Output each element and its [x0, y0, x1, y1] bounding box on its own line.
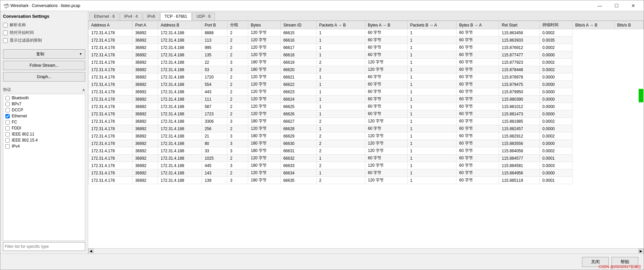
table-row[interactable]: 172.31.4.17836892172.31.4.1882562120 字节6…: [89, 125, 644, 132]
show-filter-checkbox[interactable]: [3, 38, 8, 43]
tab-tcp---67661[interactable]: TCP · 67661: [160, 12, 192, 20]
table-row[interactable]: 172.31.4.17836892172.31.4.1881132120 字节6…: [89, 37, 644, 44]
close-button[interactable]: ✕: [626, 0, 641, 11]
table-cell: 1: [316, 125, 365, 132]
scroll-left-button[interactable]: ◀: [88, 249, 94, 254]
table-cell: 66616: [280, 37, 316, 44]
table-cell: 1: [407, 88, 456, 96]
table-cell: 2: [316, 118, 365, 125]
table-cell: 172.31.4.188: [158, 37, 202, 44]
table-row[interactable]: 172.31.4.17836892172.31.4.1881432120 字节6…: [89, 169, 644, 177]
table-row[interactable]: 172.31.4.17836892172.31.4.1884432120 字节6…: [89, 88, 644, 96]
table-cell: 180 字节: [248, 118, 280, 125]
table-row[interactable]: 172.31.4.17836892172.31.4.188213180 字节66…: [89, 132, 644, 140]
copy-button[interactable]: 复制 ▼: [3, 49, 85, 59]
protocol-item[interactable]: Bluetooth: [3, 95, 85, 101]
col-header[interactable]: Rel Start: [499, 21, 540, 29]
follow-stream-button[interactable]: Follow Stream...: [3, 61, 85, 70]
col-header[interactable]: Packets B → A: [407, 21, 456, 29]
minimize-button[interactable]: —: [592, 0, 607, 11]
table-row[interactable]: 172.31.4.17836892172.31.4.188223180 字节66…: [89, 59, 644, 66]
col-header[interactable]: Stream ID: [280, 21, 316, 29]
table-cell: 36892: [132, 66, 158, 73]
table-header: Address APort AAddress BPort B分组BytesStr…: [89, 21, 644, 29]
col-header[interactable]: Bytes: [248, 21, 280, 29]
table-cell: 172.31.4.178: [89, 177, 132, 184]
tab-ethernet---6[interactable]: Ethernet · 6: [90, 12, 119, 20]
table-cell: 3: [227, 118, 248, 125]
graph-button[interactable]: Graph...: [3, 72, 85, 82]
help-button[interactable]: 帮助: [611, 257, 638, 267]
table-cell: 66635: [280, 177, 316, 184]
table-row[interactable]: 172.31.4.17836892172.31.4.1881393180 字节6…: [89, 177, 644, 184]
table-cell: 115.879475: [499, 81, 540, 88]
scroll-right-button[interactable]: ▶: [638, 249, 644, 254]
table-row[interactable]: 172.31.4.17836892172.31.4.18888882120 字节…: [89, 29, 644, 37]
table-row[interactable]: 172.31.4.17836892172.31.4.18810252120 字节…: [89, 155, 644, 162]
protocol-item[interactable]: IEEE 802.11: [3, 131, 85, 137]
scroll-track[interactable]: [94, 249, 638, 254]
abs-time-checkbox[interactable]: [3, 31, 8, 35]
table-cell: 120 字节: [365, 147, 407, 155]
table-cell: 172.31.4.188: [158, 73, 202, 81]
table-cell: 0.0000: [540, 88, 573, 96]
protocol-item[interactable]: IEEE 802.15.4: [3, 137, 85, 143]
table-row[interactable]: 172.31.4.17836892172.31.4.18817232120 字节…: [89, 110, 644, 118]
protocol-item[interactable]: Ethernet: [3, 113, 85, 119]
table-row[interactable]: 172.31.4.17836892172.31.4.1881352120 字节6…: [89, 51, 644, 59]
table-row[interactable]: 172.31.4.17836892172.31.4.1884453180 字节6…: [89, 162, 644, 169]
col-header[interactable]: Address A: [89, 21, 132, 29]
protocol-item[interactable]: BPv7: [3, 101, 85, 107]
col-header[interactable]: 分组: [227, 21, 248, 29]
protocol-item[interactable]: FC: [3, 119, 85, 125]
table-cell: 66632: [280, 155, 316, 162]
protocol-item[interactable]: DCCP: [3, 107, 85, 113]
table-cell: 60 字节: [456, 81, 499, 88]
table-row[interactable]: 172.31.4.17836892172.31.4.18817202120 字节…: [89, 73, 644, 81]
col-header[interactable]: Port A: [132, 21, 158, 29]
filter-input[interactable]: [3, 242, 85, 251]
close-button-bottom[interactable]: 关闭: [582, 257, 609, 267]
table-cell: 172.31.4.178: [89, 169, 132, 177]
tab-ipv6[interactable]: IPv6: [143, 12, 160, 20]
col-header[interactable]: Address B: [158, 21, 202, 29]
table-row[interactable]: 172.31.4.17836892172.31.4.188803180 字节66…: [89, 140, 644, 147]
table-cell: 115.883556: [499, 140, 540, 147]
table-row[interactable]: 172.31.4.17836892172.31.4.1889952120 字节6…: [89, 44, 644, 51]
collapse-icon[interactable]: ∧: [82, 88, 85, 92]
table-cell: 120 字节: [248, 51, 280, 59]
table-cell: 172.31.4.178: [89, 51, 132, 59]
maximize-button[interactable]: ☐: [609, 0, 624, 11]
table-cell: 2: [227, 37, 248, 44]
table-cell: 60 字节: [365, 103, 407, 110]
col-header[interactable]: Bits/s B: [614, 21, 644, 29]
table-row[interactable]: 172.31.4.17836892172.31.4.188333180 字节66…: [89, 147, 644, 155]
table-container[interactable]: Address APort AAddress BPort B分组BytesStr…: [88, 21, 644, 248]
table-cell: 60 字节: [456, 103, 499, 110]
tab-udp---6[interactable]: UDP · 6: [192, 12, 215, 20]
table-cell: 115.884581: [499, 162, 540, 169]
table-cell: 60 字节: [456, 147, 499, 155]
table-row[interactable]: 172.31.4.17836892172.31.4.18833063180 字节…: [89, 118, 644, 125]
resolve-names-checkbox[interactable]: [3, 23, 8, 28]
table-cell: 172.31.4.178: [89, 96, 132, 103]
table-cell: 0.0000: [540, 140, 573, 147]
col-header[interactable]: Packets A → B: [316, 21, 365, 29]
col-header[interactable]: Port B: [202, 21, 227, 29]
col-header[interactable]: Bytes A → B: [365, 21, 407, 29]
table-row[interactable]: 172.31.4.17836892172.31.4.188533180 字节66…: [89, 66, 644, 73]
col-header[interactable]: Bits/s A → B: [572, 21, 614, 29]
tab-ipv4---4[interactable]: IPv4 · 4: [120, 12, 142, 20]
col-header[interactable]: Bytes B → A: [456, 21, 499, 29]
table-cell: 172.31.4.178: [89, 125, 132, 132]
protocol-item[interactable]: IPv4: [3, 143, 85, 149]
table-cell: 115.885119: [499, 177, 540, 184]
table-row[interactable]: 172.31.4.17836892172.31.4.1885872120 字节6…: [89, 103, 644, 110]
horizontal-scrollbar[interactable]: ◀ ▶: [88, 248, 644, 254]
table-cell: 3: [227, 177, 248, 184]
col-header[interactable]: 持续时间: [540, 21, 573, 29]
table-cell: 2: [227, 96, 248, 103]
protocol-item[interactable]: FDDI: [3, 125, 85, 131]
table-row[interactable]: 172.31.4.17836892172.31.4.1885542120 字节6…: [89, 81, 644, 88]
table-row[interactable]: 172.31.4.17836892172.31.4.1881112120 字节6…: [89, 96, 644, 103]
